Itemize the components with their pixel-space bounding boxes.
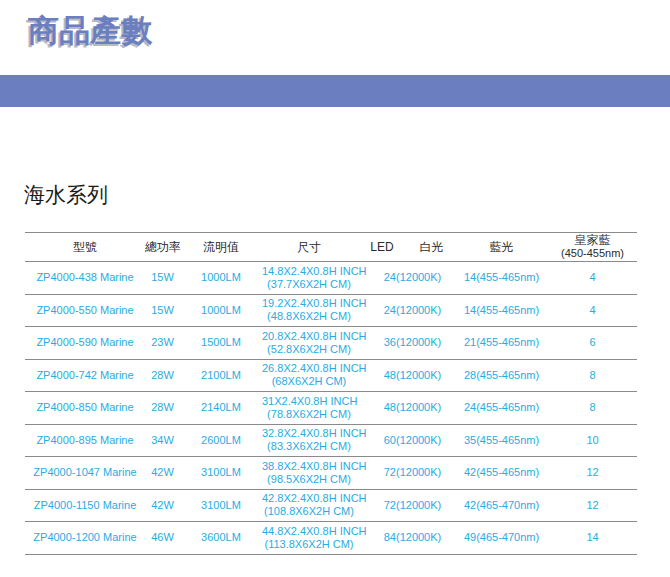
product-spec-page: 商品產數 海水系列 型號 總功率 流明值 尺寸 LED 白光 藍光 皇家藍 (4… (0, 0, 670, 577)
lumen-cell: 1000LM (180, 262, 262, 295)
power-cell: 28W (145, 392, 180, 425)
size-cm: (108.8X6X2H CM) (262, 505, 356, 518)
size-cm: (48.8X6X2H CM) (262, 310, 356, 323)
white-led-cell: 72(12000K) (356, 489, 455, 522)
royal-blue-cell: 6 (548, 327, 637, 360)
table-row: ZP4000-1200 Marine 46W 3600LM 44.8X2.4X0… (25, 522, 637, 555)
size-cm: (98.5X6X2H CM) (262, 473, 356, 486)
lumen-cell: 3600LM (180, 522, 262, 555)
size-cm: (83.3X6X2H CM) (262, 440, 356, 453)
size-cell: 32.8X2.4X0.8H INCH(83.3X6X2H CM) (262, 424, 356, 457)
royal-blue-cell: 14 (548, 522, 637, 555)
header-power: 總功率 (145, 233, 180, 262)
size-cell: 38.8X2.4X0.8H INCH(98.5X6X2H CM) (262, 457, 356, 490)
table-row: ZP4000-895 Marine 34W 2600LM 32.8X2.4X0.… (25, 424, 637, 457)
lumen-cell: 3100LM (180, 489, 262, 522)
size-cell: 31X2.4X0.8H INCH(78.8X6X2H CM) (262, 392, 356, 425)
power-cell: 23W (145, 327, 180, 360)
power-cell: 42W (145, 457, 180, 490)
table-row: ZP4000-1047 Marine 42W 3100LM 38.8X2.4X0… (25, 457, 637, 490)
power-cell: 42W (145, 489, 180, 522)
royal-blue-cell: 8 (548, 392, 637, 425)
royal-blue-cell: 4 (548, 294, 637, 327)
model-cell: ZP4000-742 Marine (25, 359, 145, 392)
table-row: ZP4000-590 Marine 23W 1500LM 20.8X2.4X0.… (25, 327, 637, 360)
power-cell: 46W (145, 522, 180, 555)
size-cell: 14.8X2.4X0.8H INCH(37.7X6X2H CM) (262, 262, 356, 295)
power-cell: 28W (145, 359, 180, 392)
power-cell: 15W (145, 262, 180, 295)
blue-led-cell: 42(465-470nm) (455, 489, 548, 522)
header-royal-blue-range: (450-455nm) (548, 247, 637, 260)
white-led-cell: 48(12000K) (356, 392, 455, 425)
size-inch: 26.8X2.4X0.8H INCH (262, 362, 356, 375)
header-model: 型號 (25, 233, 145, 262)
size-cell: 26.8X2.4X0.8H INCH(68X6X2H CM) (262, 359, 356, 392)
white-led-cell: 24(12000K) (356, 294, 455, 327)
header-lumen: 流明值 (180, 233, 262, 262)
section-title-marine-series: 海水系列 (24, 181, 108, 209)
header-blue-light: 藍光 (455, 233, 548, 262)
model-cell: ZP4000-1150 Marine (25, 489, 145, 522)
royal-blue-cell: 12 (548, 457, 637, 490)
size-inch: 20.8X2.4X0.8H INCH (262, 330, 356, 343)
royal-blue-cell: 8 (548, 359, 637, 392)
power-cell: 34W (145, 424, 180, 457)
blue-led-cell: 49(465-470nm) (455, 522, 548, 555)
blue-led-cell: 35(455-465nm) (455, 424, 548, 457)
size-cm: (78.8X6X2H CM) (262, 408, 356, 421)
size-inch: 44.8X2.4X0.8H INCH (262, 525, 356, 538)
size-inch: 31X2.4X0.8H INCH (262, 395, 356, 408)
model-cell: ZP4000-590 Marine (25, 327, 145, 360)
royal-blue-cell: 10 (548, 424, 637, 457)
size-cell: 20.8X2.4X0.8H INCH(52.8X6X2H CM) (262, 327, 356, 360)
power-cell: 15W (145, 294, 180, 327)
white-led-cell: 36(12000K) (356, 327, 455, 360)
model-cell: ZP4000-1200 Marine (25, 522, 145, 555)
blue-led-cell: 28(455-465nm) (455, 359, 548, 392)
accent-band (0, 75, 670, 107)
blue-led-cell: 14(455-465nm) (455, 262, 548, 295)
size-inch: 38.8X2.4X0.8H INCH (262, 460, 356, 473)
page-title: 商品產數 (28, 10, 152, 52)
lumen-cell: 3100LM (180, 457, 262, 490)
model-cell: ZP4000-895 Marine (25, 424, 145, 457)
size-cm: (113.8X6X2H CM) (262, 538, 356, 551)
lumen-cell: 1000LM (180, 294, 262, 327)
white-led-cell: 60(12000K) (356, 424, 455, 457)
royal-blue-cell: 12 (548, 489, 637, 522)
size-inch: 42.8X2.4X0.8H INCH (262, 492, 356, 505)
size-cell: 42.8X2.4X0.8H INCH(108.8X6X2H CM) (262, 489, 356, 522)
white-led-cell: 72(12000K) (356, 457, 455, 490)
white-led-cell: 48(12000K) (356, 359, 455, 392)
table-row: ZP4000-742 Marine 28W 2100LM 26.8X2.4X0.… (25, 359, 637, 392)
table-row: ZP4000-850 Marine 28W 2140LM 31X2.4X0.8H… (25, 392, 637, 425)
table-row: ZP4000-438 Marine 15W 1000LM 14.8X2.4X0.… (25, 262, 637, 295)
size-cell: 19.2X2.4X0.8H INCH(48.8X6X2H CM) (262, 294, 356, 327)
white-led-cell: 24(12000K) (356, 262, 455, 295)
size-inch: 32.8X2.4X0.8H INCH (262, 427, 356, 440)
white-led-cell: 84(12000K) (356, 522, 455, 555)
header-size: 尺寸 (262, 233, 356, 262)
spec-table-header-row: 型號 總功率 流明值 尺寸 LED 白光 藍光 皇家藍 (450-455nm) (25, 233, 637, 262)
table-row: ZP4000-550 Marine 15W 1000LM 19.2X2.4X0.… (25, 294, 637, 327)
header-royal-blue-label: 皇家藍 (548, 234, 637, 247)
model-cell: ZP4000-850 Marine (25, 392, 145, 425)
royal-blue-cell: 4 (548, 262, 637, 295)
blue-led-cell: 42(455-465nm) (455, 457, 548, 490)
lumen-cell: 2100LM (180, 359, 262, 392)
header-led: LED (356, 233, 408, 262)
blue-led-cell: 21(455-465nm) (455, 327, 548, 360)
lumen-cell: 2600LM (180, 424, 262, 457)
header-royal-blue: 皇家藍 (450-455nm) (548, 233, 637, 262)
size-cell: 44.8X2.4X0.8H INCH(113.8X6X2H CM) (262, 522, 356, 555)
lumen-cell: 1500LM (180, 327, 262, 360)
blue-led-cell: 24(455-465nm) (455, 392, 548, 425)
spec-table: 型號 總功率 流明值 尺寸 LED 白光 藍光 皇家藍 (450-455nm) … (25, 232, 637, 555)
size-cm: (37.7X6X2H CM) (262, 278, 356, 291)
blue-led-cell: 14(455-465nm) (455, 294, 548, 327)
model-cell: ZP4000-550 Marine (25, 294, 145, 327)
size-inch: 14.8X2.4X0.8H INCH (262, 265, 356, 278)
table-row: ZP4000-1150 Marine 42W 3100LM 42.8X2.4X0… (25, 489, 637, 522)
lumen-cell: 2140LM (180, 392, 262, 425)
